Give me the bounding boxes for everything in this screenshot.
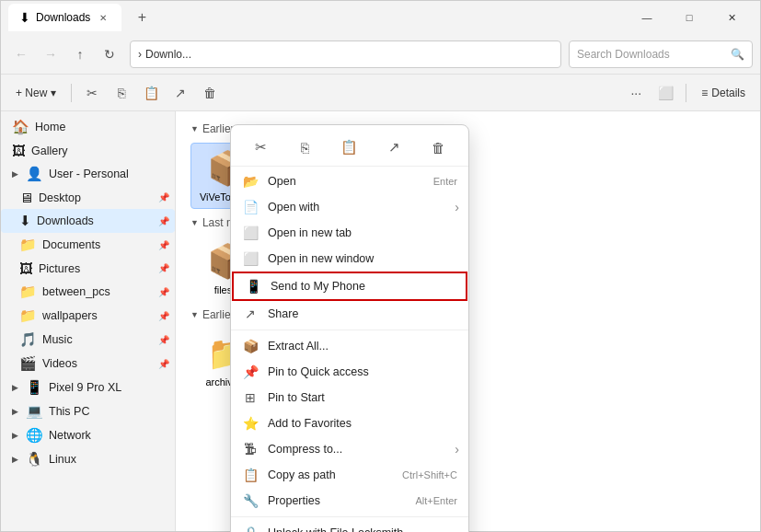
ctx-locksmith-label: Unlock with File Locksmith <box>268 526 457 532</box>
tab-downloads-label: Downloads <box>36 11 90 24</box>
ctx-delete-button[interactable]: 🗑 <box>424 134 454 160</box>
pixel9-icon: 📱 <box>26 379 43 396</box>
up-button[interactable]: ↑ <box>67 41 93 67</box>
ctx-unlock-locksmith[interactable]: 🔒 Unlock with File Locksmith <box>231 520 468 532</box>
sidebar-item-network[interactable]: ▶ 🌐 Network <box>1 423 175 447</box>
ctx-open-new-tab-label: Open in new tab <box>268 226 457 239</box>
tab-downloads[interactable]: ⬇ Downloads ✕ <box>8 4 121 31</box>
sidebar-item-home[interactable]: 🏠 Home <box>1 115 175 139</box>
ctx-open-new-window[interactable]: ⬜ Open in new window <box>231 246 468 272</box>
search-bar[interactable]: Search Downloads 🔍 <box>569 40 753 68</box>
sidebar-item-desktop[interactable]: 🖥 Desktop 📌 <box>1 186 175 209</box>
ctx-share[interactable]: ↗ Share <box>231 301 468 327</box>
between-pcs-icon: 📁 <box>19 283 37 300</box>
sidebar-item-music[interactable]: 🎵 Music 📌 <box>1 328 175 352</box>
ctx-open-new-tab[interactable]: ⬜ Open in new tab <box>231 220 468 246</box>
nav-toolbar: ← → ↑ ↻ › Downlo... Search Downloads 🔍 <box>1 34 760 75</box>
sidebar-item-pixel9-label: Pixel 9 Pro XL <box>49 381 121 394</box>
videos-pin-icon: 📌 <box>158 359 169 369</box>
sidebar-item-home-label: Home <box>35 121 65 133</box>
ctx-add-favorites[interactable]: ⭐ Add to Favorites <box>231 411 468 436</box>
ctx-send-to-phone-label: Send to My Phone <box>271 280 455 293</box>
ctx-send-to-phone-icon: 📱 <box>245 279 261 294</box>
cmd-separator-1 <box>71 84 72 102</box>
ctx-cut-button[interactable]: ✂ <box>246 134 275 160</box>
sidebar-item-videos-label: Videos <box>42 357 77 370</box>
ctx-pin-start[interactable]: ⊞ Pin to Start <box>231 385 468 411</box>
network-expand-icon: ▶ <box>12 431 18 440</box>
ctx-paste-button[interactable]: 📋 <box>335 134 364 160</box>
sidebar-item-pixel9[interactable]: ▶ 📱 Pixel 9 Pro XL <box>1 376 175 399</box>
details-button[interactable]: ≡ Details <box>694 83 753 103</box>
sidebar-item-this-pc[interactable]: ▶ 💻 This PC <box>1 399 175 423</box>
downloads-pin-icon: 📌 <box>158 216 169 226</box>
ctx-share-button[interactable]: ↗ <box>379 134 409 160</box>
new-chevron-icon: ▾ <box>51 87 56 99</box>
ctx-copy-path-icon: 📋 <box>242 468 259 482</box>
section2-arrow-icon: ▼ <box>190 218 199 227</box>
ctx-pin-quick-icon: 📌 <box>242 364 259 379</box>
share-button[interactable]: ↗ <box>167 80 193 106</box>
ctx-extract-all[interactable]: 📦 Extract All... <box>231 333 468 359</box>
ctx-open-label: Open <box>268 175 424 188</box>
ctx-pin-quick[interactable]: 📌 Pin to Quick access <box>231 359 468 385</box>
close-button[interactable]: ✕ <box>710 1 753 34</box>
ctx-properties[interactable]: 🔧 Properties Alt+Enter <box>231 488 468 514</box>
search-placeholder: Search Downloads <box>577 48 670 61</box>
new-tab-button[interactable]: + <box>129 5 155 30</box>
this-pc-expand-icon: ▶ <box>12 407 18 416</box>
ctx-compress-to[interactable]: 🗜 Compress to... <box>231 436 468 462</box>
cut-button[interactable]: ✂ <box>79 80 105 106</box>
address-expand-icon: › <box>138 48 142 61</box>
tab-downloads-icon: ⬇ <box>19 10 30 25</box>
delete-button[interactable]: 🗑 <box>197 80 223 106</box>
sidebar-item-gallery[interactable]: 🖼 Gallery <box>1 139 175 162</box>
videos-icon: 🎬 <box>19 355 37 372</box>
new-button[interactable]: + New ▾ <box>8 83 63 103</box>
desktop-pin-icon: 📌 <box>158 192 169 202</box>
ctx-toolbar: ✂ ⎘ 📋 ↗ 🗑 <box>231 129 468 167</box>
ctx-properties-label: Properties <box>268 494 406 507</box>
ctx-copy-button[interactable]: ⎘ <box>291 134 320 160</box>
ctx-open-new-window-label: Open in new window <box>268 252 457 265</box>
address-text: Downlo... <box>145 48 191 61</box>
sidebar-item-downloads[interactable]: ⬇ Downloads 📌 <box>1 209 175 233</box>
tab-close-button[interactable]: ✕ <box>96 10 110 25</box>
sidebar-item-between-pcs[interactable]: 📁 between_pcs 📌 <box>1 280 175 304</box>
refresh-button[interactable]: ↻ <box>97 41 122 67</box>
forward-button[interactable]: → <box>38 41 63 67</box>
ctx-extract-icon: 📦 <box>242 339 259 353</box>
sidebar-item-wallpapers[interactable]: 📁 wallpapers 📌 <box>1 304 175 328</box>
sidebar-item-downloads-label: Downloads <box>37 214 94 227</box>
minimize-button[interactable]: — <box>626 1 668 34</box>
sidebar-item-this-pc-label: This PC <box>49 405 89 418</box>
sidebar-item-videos[interactable]: 🎬 Videos 📌 <box>1 352 175 376</box>
sidebar-item-pictures[interactable]: 🖼 Pictures 📌 <box>1 257 175 280</box>
copy-button[interactable]: ⎘ <box>109 80 134 106</box>
ctx-open-icon: 📂 <box>242 174 259 189</box>
downloads-icon: ⬇ <box>19 213 31 229</box>
address-bar[interactable]: › Downlo... <box>130 40 561 68</box>
ctx-share-icon: ↗ <box>242 306 259 321</box>
ctx-send-to-phone[interactable]: 📱 Send to My Phone <box>232 272 467 301</box>
sidebar-item-between-pcs-label: between_pcs <box>42 285 110 298</box>
ctx-copy-path[interactable]: 📋 Copy as path Ctrl+Shift+C <box>231 462 468 488</box>
see-all-button[interactable]: ··· <box>623 80 649 106</box>
sidebar-item-linux-label: Linux <box>49 453 76 466</box>
sidebar-item-music-label: Music <box>42 333 73 346</box>
maximize-button[interactable]: □ <box>668 1 710 34</box>
pixel9-expand-icon: ▶ <box>12 383 18 392</box>
sidebar-item-documents[interactable]: 📁 Documents 📌 <box>1 233 175 257</box>
between-pcs-pin-icon: 📌 <box>158 287 169 297</box>
ctx-open-with[interactable]: 📄 Open with <box>231 194 468 220</box>
back-button[interactable]: ← <box>8 41 34 67</box>
title-bar: ⬇ Downloads ✕ + — □ ✕ <box>1 1 760 34</box>
music-icon: 🎵 <box>19 331 37 348</box>
paste-button[interactable]: 📋 <box>138 80 164 106</box>
ctx-favorites-icon: ⭐ <box>242 416 259 431</box>
sidebar-item-user-personal[interactable]: ▶ 👤 User - Personal <box>1 162 175 186</box>
gallery-icon: 🖼 <box>12 143 26 158</box>
more-options-button[interactable]: ⬜ <box>652 80 678 106</box>
ctx-open[interactable]: 📂 Open Enter <box>231 168 468 194</box>
sidebar-item-linux[interactable]: ▶ 🐧 Linux <box>1 447 175 471</box>
